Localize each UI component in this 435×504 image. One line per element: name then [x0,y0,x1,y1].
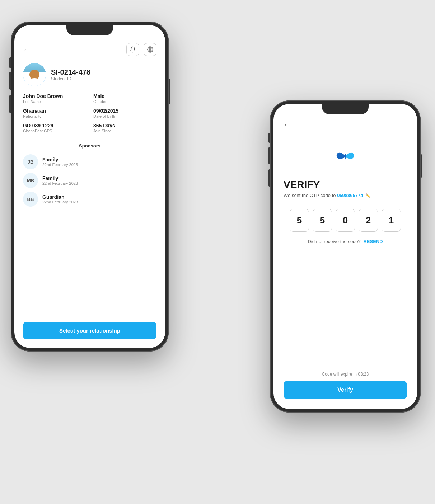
gear-icon [147,46,153,53]
verify-button[interactable]: Verify [284,381,407,399]
student-id-label: Student ID [51,76,90,81]
student-id: SI-0214-478 [51,68,90,76]
right-back-button[interactable]: ← [284,121,291,129]
sponsor-avatar-jb: JB [23,154,38,169]
sponsor-rel-bb: Guardian [42,194,78,200]
otp-digit-3[interactable]: 0 [336,209,355,232]
sponsor-date-bb: 22nd February 2023 [42,200,78,204]
gender-field: Male Gender [93,93,156,104]
sponsor-date-mb: 22nd February 2023 [42,181,78,185]
right-mute-button [268,133,270,143]
bell-icon [130,46,136,53]
gps-field: GD-089-1229 GhanaPost GPS [23,123,86,133]
divider-right [104,146,156,146]
info-grid: John Doe Brown Full Name Male Gender Gha… [23,93,156,133]
gps-label: GhanaPost GPS [23,129,86,133]
right-phone-frame: ← VERIFY We sent the OTP c [270,100,421,413]
student-photo [23,63,46,86]
sponsor-list: JB Family 22nd February 2023 MB Family 2… [23,154,156,322]
divider-left [23,146,75,146]
sponsor-avatar-bb: BB [23,192,38,207]
verify-title: VERIFY [284,179,407,190]
volume-down-button [9,95,11,113]
otp-container: 5 5 0 2 1 [284,209,407,232]
sponsor-info-bb: Guardian 22nd February 2023 [42,194,78,204]
otp-digit-1[interactable]: 5 [290,209,309,232]
resend-text: Did not receive the code? [308,239,360,244]
header-icons [126,43,156,56]
left-header: ← [23,43,156,56]
join-since-label: Join Since [93,129,156,133]
full-name-field: John Doe Brown Full Name [23,93,86,104]
app-logo [335,147,356,165]
student-profile: SI-0214-478 Student ID [23,63,156,86]
nationality-value: Ghanaian [23,108,86,114]
join-since-value: 365 Days [93,123,156,128]
nationality-label: Nationality [23,114,86,118]
sponsor-item-jb: JB Family 22nd February 2023 [23,154,156,169]
full-name-value: John Doe Brown [23,93,86,99]
left-phone-frame: ← [11,22,169,352]
right-phone-screen: ← VERIFY We sent the OTP c [273,104,417,409]
right-volume-down-button [268,169,270,187]
student-id-block: SI-0214-478 Student ID [51,68,90,81]
power-button [169,79,170,104]
left-screen-content: ← [14,25,165,348]
sponsor-item-bb: BB Guardian 22nd February 2023 [23,192,156,207]
join-since-field: 365 Days Join Since [93,123,156,133]
verify-subtitle: We sent the OTP code to 0598865774 ✏️ [284,193,407,198]
notification-button[interactable] [126,43,139,56]
dob-label: Date of Birth [93,114,156,118]
right-power-button [421,154,422,178]
notch-left [66,25,113,35]
svg-point-0 [149,49,151,51]
scene: ← [0,0,435,504]
resend-row: Did not receive the code? RESEND [284,239,407,244]
expire-text: Code will expire in 03:23 [284,372,407,377]
back-button[interactable]: ← [23,46,30,54]
sponsors-divider: Sponsors [23,143,156,149]
sponsors-label: Sponsors [79,143,100,149]
left-phone-screen: ← [14,25,165,348]
gender-value: Male [93,93,156,99]
logo-wrap [284,147,407,165]
sponsor-rel-mb: Family [42,175,78,181]
nationality-field: Ghanaian Nationality [23,108,86,118]
sponsor-date-jb: 22nd February 2023 [42,162,78,167]
full-name-label: Full Name [23,99,86,104]
gps-value: GD-089-1229 [23,123,86,128]
right-header: ← [284,121,407,129]
settings-button[interactable] [144,43,156,56]
notch-right [322,104,369,114]
right-volume-up-button [268,147,270,164]
sponsor-rel-jb: Family [42,157,78,162]
sponsor-info-mb: Family 22nd February 2023 [42,175,78,185]
otp-digit-2[interactable]: 5 [313,209,332,232]
dob-value: 09/02/2015 [93,108,156,114]
dob-field: 09/02/2015 Date of Birth [93,108,156,118]
gender-label: Gender [93,99,156,104]
sponsor-avatar-mb: MB [23,173,38,188]
verify-phone-number: 0598865774 [337,193,363,198]
otp-digit-4[interactable]: 2 [359,209,378,232]
edit-phone-icon[interactable]: ✏️ [365,193,370,198]
svg-point-1 [345,154,346,159]
otp-digit-5[interactable]: 1 [382,209,401,232]
resend-button[interactable]: RESEND [363,239,383,244]
sponsor-info-jb: Family 22nd February 2023 [42,157,78,167]
right-screen-content: ← VERIFY We sent the OTP c [273,104,417,409]
volume-up-button [9,72,11,90]
avatar [23,63,46,86]
mute-button [9,57,11,68]
sponsor-item-mb: MB Family 22nd February 2023 [23,173,156,188]
select-relationship-button[interactable]: Select your relationship [23,322,156,339]
